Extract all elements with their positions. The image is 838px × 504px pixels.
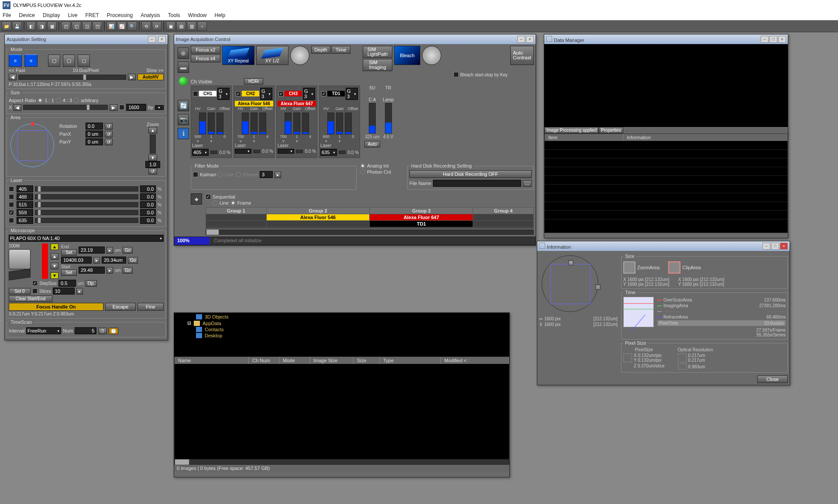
tool-icon[interactable]: ◨: [37, 21, 46, 31]
tool-icon[interactable]: ⊕: [178, 48, 189, 59]
handle-r-icon[interactable]: R: [568, 260, 574, 265]
ca-slider[interactable]: [369, 103, 376, 134]
focus-down[interactable]: ▼: [51, 263, 58, 269]
seq-icon[interactable]: ◆: [191, 193, 202, 205]
laser-slider[interactable]: [35, 194, 138, 199]
col-chnum[interactable]: Ch Num: [249, 357, 279, 364]
tool-icon[interactable]: ⟳: [152, 21, 161, 31]
menu-file[interactable]: File: [3, 12, 11, 18]
size-check[interactable]: [119, 105, 124, 110]
close-button[interactable]: Close: [757, 375, 788, 383]
offset-slider[interactable]: [259, 113, 266, 134]
offset-slider[interactable]: [345, 113, 352, 134]
start-set-button[interactable]: Set: [61, 269, 77, 276]
tree-item[interactable]: Desktop: [174, 333, 509, 339]
pany-reset[interactable]: ↺: [105, 139, 113, 145]
mid-go-button[interactable]: Go: [128, 257, 138, 264]
panx-reset[interactable]: ↺: [105, 131, 113, 137]
handle-t-icon[interactable]: T: [595, 285, 601, 290]
xy-button[interactable]: XYL/Z: [256, 46, 288, 65]
zoom-value[interactable]: 1.0: [145, 161, 160, 168]
laser-check-488[interactable]: [9, 194, 14, 199]
ch-visible-check[interactable]: ✓: [236, 91, 241, 96]
laser-check-515[interactable]: [9, 202, 14, 207]
seq-scrollbar[interactable]: [206, 230, 534, 235]
menu-fret[interactable]: FRET: [85, 12, 99, 18]
menu-device[interactable]: Device: [19, 12, 35, 18]
hdri-button[interactable]: HDRi: [244, 78, 263, 85]
size-up[interactable]: ▶: [110, 104, 117, 111]
tool-icon[interactable]: ▦: [47, 21, 57, 31]
col-mode[interactable]: Mode: [279, 357, 310, 364]
laser-slider[interactable]: [35, 210, 138, 215]
kalman-check[interactable]: [193, 172, 198, 177]
end-go-button[interactable]: Go: [123, 247, 133, 254]
tree-item[interactable]: Contacts: [174, 326, 509, 333]
zoom-up[interactable]: ▲: [148, 127, 157, 134]
filter-line-radio[interactable]: [218, 172, 223, 177]
gain-slider[interactable]: [336, 113, 343, 134]
laser-pct-slider[interactable]: [210, 151, 217, 154]
offset-slider[interactable]: [302, 113, 309, 134]
gain-slider[interactable]: [251, 113, 258, 134]
hv-slider[interactable]: [327, 113, 334, 134]
speed-down[interactable]: ◀: [9, 74, 17, 80]
menu-live[interactable]: Live: [68, 12, 77, 18]
panel-title[interactable]: Information –□×: [537, 241, 790, 251]
start-value[interactable]: 29.48: [79, 267, 105, 274]
depth-button[interactable]: Depth: [311, 46, 330, 54]
laser-nm-drop[interactable]: 635: [320, 149, 337, 156]
maximize-icon[interactable]: □: [771, 243, 779, 250]
speed-up[interactable]: ▶: [128, 74, 136, 80]
set0-button[interactable]: Set 0: [9, 288, 31, 295]
stepsize-value[interactable]: 0.5: [58, 280, 76, 287]
laser-pct[interactable]: 0.0: [140, 209, 156, 216]
panel-title[interactable]: Acquisition Setting – ×: [5, 34, 168, 44]
tool-icon[interactable]: ◱: [72, 21, 81, 31]
laser-pct[interactable]: 0.0: [140, 217, 156, 224]
col-imgsize[interactable]: Image Size: [310, 357, 354, 364]
tool-icon[interactable]: 📊: [106, 21, 116, 31]
laser-check-405[interactable]: [9, 186, 14, 192]
start-step[interactable]: ▸: [106, 267, 113, 274]
mid-value[interactable]: 10408.03: [61, 257, 92, 264]
speed-slider[interactable]: [18, 75, 126, 80]
zoom-reset[interactable]: ↺: [148, 168, 157, 175]
rotation-reset[interactable]: ↺: [105, 123, 113, 130]
tool-icon[interactable]: ◧: [26, 21, 36, 31]
minimize-icon[interactable]: –: [761, 36, 769, 43]
mode-btn-3[interactable]: ▢: [48, 55, 60, 67]
fine-button[interactable]: Fine: [137, 303, 164, 311]
photon-cnt-radio[interactable]: [360, 169, 365, 175]
mode-btn-4[interactable]: ▢: [63, 55, 75, 67]
ch-label[interactable]: CH3: [285, 91, 302, 96]
tool-icon[interactable]: 📈: [117, 21, 127, 31]
col-type[interactable]: Type: [380, 357, 441, 364]
ch-g-drop[interactable]: G 3: [346, 88, 358, 100]
menu-window[interactable]: Window: [188, 12, 207, 18]
rotation-value[interactable]: 0.0: [86, 123, 103, 130]
sim-imaging-button[interactable]: SIM Imaging: [363, 59, 392, 71]
num-value[interactable]: 5: [75, 327, 96, 334]
autohv-button[interactable]: AutoHV: [137, 74, 164, 80]
menu-processing[interactable]: Processing: [107, 12, 133, 18]
menu-analysis[interactable]: Analysis: [141, 12, 160, 18]
close-icon[interactable]: ×: [158, 36, 166, 43]
stop-button[interactable]: [290, 46, 309, 65]
dm-preview[interactable]: [544, 44, 788, 127]
filter-zframe-radio[interactable]: [236, 172, 241, 177]
close-icon[interactable]: ×: [778, 36, 786, 43]
fluor-label[interactable]: [320, 101, 359, 106]
gain-slider[interactable]: [208, 113, 215, 134]
mid-step-value[interactable]: 20.34um: [102, 257, 126, 264]
panel-title[interactable]: Image Acquisition Control –×: [174, 34, 536, 44]
tool-icon[interactable]: 📷: [178, 114, 189, 125]
size-value[interactable]: 1600: [126, 104, 146, 111]
bleach-stop-button[interactable]: [422, 46, 441, 65]
tool-icon[interactable]: 🔍: [127, 21, 137, 31]
objective-drop[interactable]: PLAPO 60X O NA:1.40: [9, 235, 164, 242]
xy-repeat-button[interactable]: XY Repeat: [222, 46, 254, 65]
menu-tools[interactable]: Tools: [168, 12, 180, 18]
laser-nm-drop[interactable]: 405: [192, 149, 209, 156]
time-button[interactable]: Time: [331, 46, 350, 54]
